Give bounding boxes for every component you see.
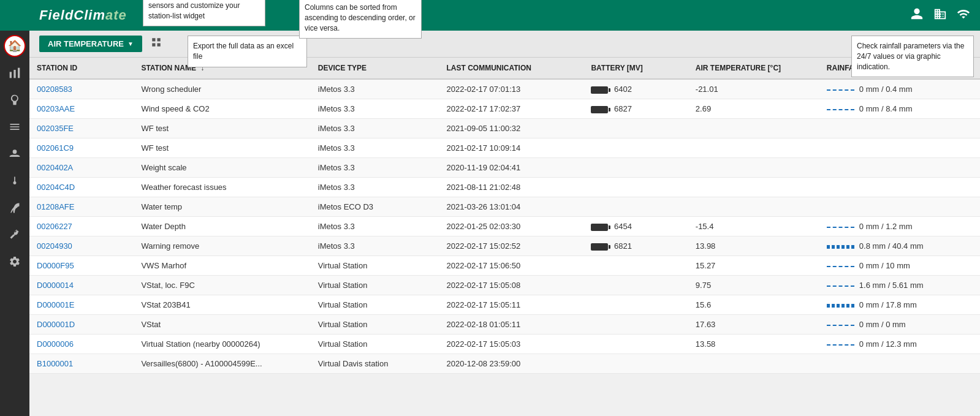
rainfall-bar-icon[interactable] — [827, 325, 854, 326]
table-row: 00204C4DWeather forecast issuesiMetos 3.… — [29, 178, 980, 197]
station-id-cell: 00204C4D — [29, 178, 134, 197]
station-name-cell: Weight scale — [134, 158, 310, 178]
device-type-cell: Virtual Station — [311, 335, 439, 354]
sidebar-navigation: 🏠 — [1, 31, 28, 416]
sidebar-item-leaf[interactable] — [1, 195, 28, 221]
column-header-last-comm[interactable]: LAST COMMUNICATION — [439, 58, 583, 79]
device-type-cell: iMetos 3.3 — [311, 79, 439, 99]
station-id-link[interactable]: D000001D — [37, 320, 75, 329]
station-name-cell: Water Depth — [134, 217, 310, 236]
table-header-row: STATION ID STATION NAME ↓ DEVICE TYPE LA… — [29, 58, 980, 79]
station-id-link[interactable]: 002035FE — [37, 124, 74, 133]
station-id-link[interactable]: 00203AAE — [37, 104, 75, 113]
rainfall-cell — [819, 197, 980, 217]
logo-highlight: ate — [105, 7, 127, 23]
air-temp-cell: 13.58 — [688, 335, 819, 354]
tooltip-sensors: Choose between the selectable sensors an… — [143, 0, 265, 26]
station-table: STATION ID STATION NAME ↓ DEVICE TYPE LA… — [29, 58, 980, 374]
station-id-link[interactable]: 002061C9 — [37, 143, 74, 153]
station-name-cell: VStat — [134, 315, 310, 335]
svg-rect-0 — [10, 72, 12, 78]
air-temp-cell: 17.63 — [688, 315, 819, 335]
table-row: 00206227Water DepthiMetos 3.32022-01-25 … — [29, 217, 980, 236]
station-id-link[interactable]: 00206227 — [37, 222, 72, 231]
station-id-link[interactable]: 00208583 — [37, 85, 72, 94]
battery-icon — [591, 86, 608, 94]
station-id-cell: D0000014 — [29, 276, 134, 295]
rainfall-bar-icon[interactable] — [827, 227, 854, 228]
station-id-link[interactable]: 00204C4D — [37, 183, 75, 192]
header-icons — [910, 7, 970, 24]
rainfall-bar-icon[interactable] — [827, 286, 854, 287]
column-header-station-id[interactable]: STATION ID — [29, 58, 134, 79]
dropdown-arrow-icon: ▼ — [127, 40, 134, 47]
user-icon[interactable] — [910, 7, 924, 24]
last-comm-cell: 2021-08-11 21:02:48 — [439, 178, 583, 197]
rainfall-bar-icon[interactable] — [827, 89, 854, 91]
battery-cell — [583, 295, 688, 315]
station-name-cell: Wind speed & CO2 — [134, 99, 310, 119]
sidebar-item-chart[interactable] — [1, 60, 28, 86]
station-id-link[interactable]: D0000014 — [37, 281, 74, 290]
table-row: D0000006Virtual Station (nearby 00000264… — [29, 335, 980, 354]
last-comm-cell: 2022-02-17 07:01:13 — [439, 79, 583, 99]
device-type-cell: Virtual Station — [311, 276, 439, 295]
column-header-device-type[interactable]: DEVICE TYPE — [311, 58, 439, 79]
battery-cell — [583, 256, 688, 276]
rainfall-cell — [819, 138, 980, 158]
air-temp-cell: 15.27 — [688, 256, 819, 276]
column-header-battery[interactable]: BATTERY [mV] — [583, 58, 688, 79]
rainfall-bar-icon[interactable] — [827, 304, 854, 308]
rainfall-bar-icon[interactable] — [827, 266, 854, 267]
station-id-link[interactable]: 01208AFE — [37, 202, 74, 211]
table-row: D0000F95VWS MarhofVirtual Station2022-02… — [29, 256, 980, 276]
station-id-link[interactable]: D000001E — [37, 300, 74, 309]
tooltip-sort: Columns can be sorted from ascending to … — [299, 0, 422, 39]
sidebar-logo-area — [0, 0, 29, 31]
tooltip-export: Export the full data as an excel file — [188, 36, 307, 67]
station-name-cell: Virtual Station (nearby 00000264) — [134, 335, 310, 354]
battery-cell — [583, 119, 688, 138]
sidebar-item-weather[interactable] — [1, 87, 28, 113]
battery-cell — [583, 138, 688, 158]
svg-rect-2 — [18, 68, 20, 78]
station-name-cell: Warning remove — [134, 236, 310, 256]
sidebar-item-settings[interactable] — [1, 249, 28, 274]
last-comm-cell: 2022-02-17 15:05:11 — [439, 295, 583, 315]
svg-point-3 — [13, 149, 17, 154]
rainfall-cell — [819, 158, 980, 178]
rainfall-bar-icon[interactable] — [827, 344, 854, 346]
grid-view-icon[interactable] — [151, 37, 162, 51]
air-temp-cell — [688, 158, 819, 178]
sidebar-item-home[interactable]: 🏠 — [4, 35, 26, 57]
station-id-link[interactable]: 0020402A — [37, 163, 73, 172]
station-id-link[interactable]: B1000001 — [37, 359, 73, 368]
sidebar-item-list[interactable] — [1, 114, 28, 140]
station-id-cell: 00203AAE — [29, 99, 134, 119]
table-row: D000001EVStat 203B41Virtual Station2022-… — [29, 295, 980, 315]
rainfall-cell: 0 mm / 0.4 mm — [819, 79, 980, 99]
sidebar-item-thermometer[interactable] — [1, 168, 28, 194]
table-row: 0020402AWeight scaleiMetos 3.32020-11-19… — [29, 158, 980, 178]
building-icon[interactable] — [933, 7, 947, 24]
station-id-link[interactable]: D0000F95 — [37, 261, 74, 270]
last-comm-cell: 2021-09-05 11:00:32 — [439, 119, 583, 138]
station-id-link[interactable]: 00204930 — [37, 241, 72, 251]
station-id-link[interactable]: D0000006 — [37, 339, 74, 349]
station-id-cell: 01208AFE — [29, 197, 134, 217]
air-temp-cell — [688, 178, 819, 197]
wifi-icon[interactable] — [957, 7, 970, 24]
sidebar-item-tool[interactable] — [1, 222, 28, 248]
device-type-cell: iMetos 3.3 — [311, 178, 439, 197]
rainfall-bar-icon[interactable] — [827, 109, 854, 110]
last-comm-cell: 2022-02-17 15:06:50 — [439, 256, 583, 276]
device-type-cell: iMetos 3.3 — [311, 119, 439, 138]
rainfall-bar-icon[interactable] — [827, 245, 854, 249]
battery-cell — [583, 158, 688, 178]
column-header-air-temp[interactable]: AIR TEMPERATURE [°C] — [688, 58, 819, 79]
last-comm-cell: 2022-02-17 15:05:08 — [439, 276, 583, 295]
air-temperature-button[interactable]: AIR TEMPERATURE ▼ — [39, 36, 142, 52]
device-type-cell: Virtual Station — [311, 256, 439, 276]
station-name-cell: WF test — [134, 119, 310, 138]
sidebar-item-pest[interactable] — [1, 141, 28, 167]
